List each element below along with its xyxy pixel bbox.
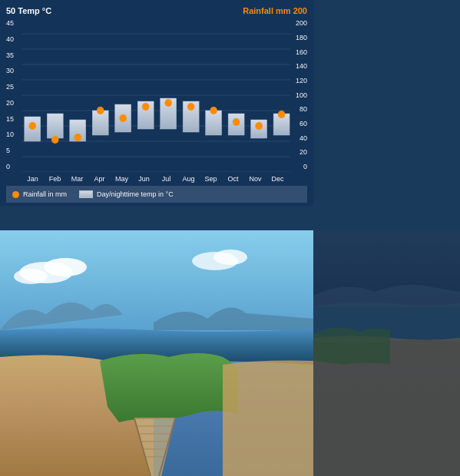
svg-rect-9 — [313, 230, 460, 476]
legend-rainfall-label: Rainfall in mm — [23, 190, 67, 198]
y-left-15: 15 — [6, 116, 22, 123]
month-feb: Feb — [45, 175, 66, 183]
month-apr: Apr — [89, 175, 111, 183]
dot-jan — [29, 122, 37, 130]
dot-may — [119, 114, 127, 122]
y-right-120: 120 — [290, 78, 307, 84]
y-right-0: 0 — [290, 164, 307, 170]
month-oct: Oct — [223, 175, 244, 183]
chart-legend: Rainfall in mm Day/nighttime temp in °C — [6, 186, 307, 203]
chart-bars — [22, 18, 290, 172]
month-dec: Dec — [267, 175, 289, 183]
svg-point-7 — [213, 250, 247, 265]
y-left-20: 20 — [6, 100, 22, 107]
chart-svg — [22, 18, 290, 172]
y-right-200: 200 — [290, 20, 307, 27]
y-left-0: 0 — [6, 164, 22, 170]
month-nov: Nov — [245, 175, 266, 183]
dot-jun — [142, 103, 150, 111]
month-jan: Jan — [22, 175, 44, 183]
month-aug: Aug — [178, 175, 200, 183]
rainfall-axis-label: Rainfall mm 200 — [243, 6, 307, 15]
y-axis-left: 0 5 10 15 20 25 30 35 40 45 — [6, 18, 22, 172]
legend-rainfall-dot — [12, 191, 19, 198]
climate-chart: 50 Temp °C Rainfall mm 200 0 5 10 15 20 … — [0, 0, 313, 206]
y-right-40: 40 — [290, 135, 307, 142]
dot-sep — [210, 107, 217, 114]
y-right-180: 180 — [290, 35, 307, 41]
legend-temp: Day/nighttime temp in °C — [79, 190, 174, 198]
temp-axis-label: 50 Temp °C — [6, 6, 51, 15]
svg-point-5 — [14, 269, 48, 284]
dot-jul — [164, 99, 172, 107]
dot-dec — [278, 111, 286, 118]
svg-point-4 — [44, 258, 87, 276]
month-may: May — [111, 175, 133, 183]
y-left-45: 45 — [6, 20, 22, 27]
month-mar: Mar — [67, 175, 88, 183]
dot-aug — [187, 103, 195, 111]
y-axis-right: 0 20 40 60 80 100 120 140 160 180 200 — [290, 18, 307, 172]
x-axis: Jan Feb Mar Apr May Jun Jul Aug Sep Oct … — [6, 172, 307, 186]
legend-rainfall: Rainfall in mm — [12, 190, 67, 198]
y-right-60: 60 — [290, 121, 307, 127]
y-right-100: 100 — [290, 92, 307, 99]
legend-temp-bar — [79, 190, 93, 198]
y-right-80: 80 — [290, 106, 307, 113]
beach-photo-left — [0, 230, 313, 476]
y-right-140: 140 — [290, 63, 307, 70]
bar-feb — [47, 114, 63, 138]
y-left-40: 40 — [6, 36, 22, 43]
y-left-5: 5 — [6, 147, 22, 154]
dot-oct — [233, 118, 240, 126]
month-jun: Jun — [134, 175, 155, 183]
dot-apr — [97, 107, 104, 114]
beach-photo-right — [313, 230, 460, 476]
chart-header: 50 Temp °C Rainfall mm 200 — [6, 6, 307, 15]
y-left-35: 35 — [6, 52, 22, 59]
y-right-20: 20 — [290, 149, 307, 156]
dot-mar — [74, 134, 81, 141]
month-sep: Sep — [200, 175, 222, 183]
chart-area: 0 5 10 15 20 25 30 35 40 45 — [6, 18, 307, 172]
dot-feb — [51, 136, 59, 144]
y-left-30: 30 — [6, 68, 22, 74]
y-right-160: 160 — [290, 49, 307, 56]
y-left-10: 10 — [6, 131, 22, 138]
dot-nov — [255, 122, 263, 130]
y-left-25: 25 — [6, 84, 22, 91]
legend-temp-label: Day/nighttime temp in °C — [97, 190, 174, 198]
month-jul: Jul — [156, 175, 177, 183]
